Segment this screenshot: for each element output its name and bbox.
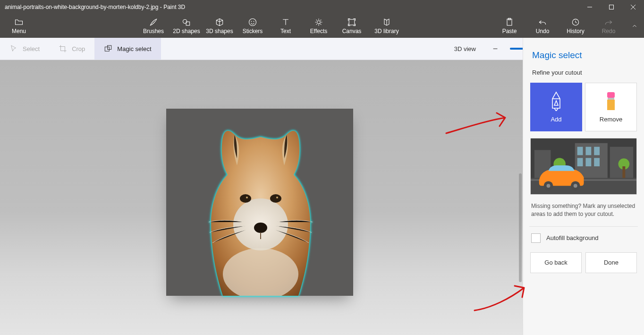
svg-point-18 (254, 223, 267, 233)
folder-icon (14, 17, 24, 27)
svg-point-4 (251, 21, 252, 22)
crop-icon (59, 44, 67, 53)
text-button[interactable]: Text (269, 14, 302, 38)
hint-text: Missing something? Mark any unselected a… (531, 202, 636, 219)
shapes-3d-button[interactable]: 3D shapes (203, 14, 236, 38)
separator (529, 226, 638, 227)
autofill-label: Autofill background (546, 234, 599, 241)
done-button[interactable]: Done (585, 252, 637, 273)
text-icon (281, 17, 290, 27)
history-button[interactable]: History (559, 14, 592, 38)
undo-icon (538, 17, 547, 27)
history-icon (571, 17, 580, 27)
autofill-row[interactable]: Autofill background (531, 233, 636, 243)
svg-rect-33 (585, 158, 591, 166)
annotation-arrow-top (444, 112, 519, 142)
svg-point-16 (246, 197, 248, 198)
effects-button[interactable]: Effects (302, 14, 335, 38)
svg-rect-30 (585, 147, 591, 155)
svg-point-5 (254, 21, 254, 22)
shapes-2d-icon (182, 17, 191, 27)
brush-icon (149, 17, 158, 27)
magic-select-tool[interactable]: Magic select (94, 38, 161, 60)
expand-chevron[interactable] (625, 14, 644, 38)
zoom-out-button[interactable]: − (489, 43, 501, 55)
ribbon: Menu Brushes 2D shapes 3D shapes Sticker… (0, 14, 644, 38)
side-panel: Magic select Refine your cutout Add (523, 38, 644, 335)
undo-button[interactable]: Undo (526, 14, 559, 38)
menu-button[interactable]: Menu (5, 14, 33, 38)
svg-rect-20 (607, 92, 615, 98)
fox-selection (190, 128, 331, 296)
svg-rect-11 (105, 47, 110, 51)
go-back-button[interactable]: Go back (530, 252, 582, 273)
svg-point-3 (249, 19, 256, 26)
shapes-2d-button[interactable]: 2D shapes (170, 14, 203, 38)
svg-point-15 (270, 194, 281, 203)
svg-rect-34 (594, 158, 600, 166)
canvas-image[interactable] (166, 109, 353, 296)
vertical-scrollbar[interactable] (519, 173, 522, 282)
svg-point-17 (276, 197, 278, 198)
minimize-button[interactable] (579, 0, 601, 14)
canvas-button[interactable]: Canvas (335, 14, 368, 38)
effects-icon (314, 17, 323, 27)
redo-icon (604, 17, 613, 27)
maximize-button[interactable] (601, 0, 622, 14)
canvas-icon (347, 17, 356, 27)
menu-label: Menu (12, 28, 26, 34)
svg-point-42 (574, 184, 577, 188)
crop-tool[interactable]: Crop (49, 38, 94, 60)
cursor-icon (9, 44, 18, 53)
view-3d-button[interactable]: 3D view (441, 38, 484, 60)
add-tool[interactable]: Add (530, 83, 582, 131)
autofill-checkbox[interactable] (531, 233, 541, 243)
svg-rect-38 (622, 166, 625, 178)
svg-rect-7 (349, 19, 355, 25)
svg-rect-32 (577, 158, 583, 166)
magic-select-icon (104, 44, 112, 53)
panel-subtitle: Refine your cutout (532, 69, 637, 76)
svg-point-6 (317, 21, 321, 24)
paste-button[interactable]: Paste (493, 14, 526, 38)
pencil-add-icon (548, 91, 564, 111)
paste-icon (505, 17, 514, 27)
workspace[interactable] (0, 60, 523, 335)
svg-rect-29 (577, 147, 583, 155)
remove-tool[interactable]: Remove (585, 83, 637, 131)
title-bar: animal-portraits-on-white-background-by-… (0, 0, 644, 14)
svg-rect-0 (610, 5, 614, 9)
library-icon (382, 17, 391, 27)
svg-rect-21 (608, 98, 614, 100)
cube-icon (215, 17, 224, 27)
select-tool[interactable]: Select (0, 38, 49, 60)
brushes-button[interactable]: Brushes (137, 14, 170, 38)
window-title: animal-portraits-on-white-background-by-… (5, 4, 185, 10)
stickers-button[interactable]: Stickers (236, 14, 269, 38)
close-button[interactable] (622, 0, 644, 14)
eraser-icon (605, 91, 617, 111)
sticker-icon (248, 17, 257, 27)
svg-point-40 (547, 184, 551, 188)
preview-image (530, 138, 637, 195)
svg-point-14 (240, 194, 251, 203)
redo-button[interactable]: Redo (592, 14, 625, 38)
svg-rect-31 (594, 147, 600, 155)
library-3d-button[interactable]: 3D library (368, 14, 405, 38)
svg-rect-22 (607, 100, 615, 110)
panel-title: Magic select (532, 50, 637, 60)
